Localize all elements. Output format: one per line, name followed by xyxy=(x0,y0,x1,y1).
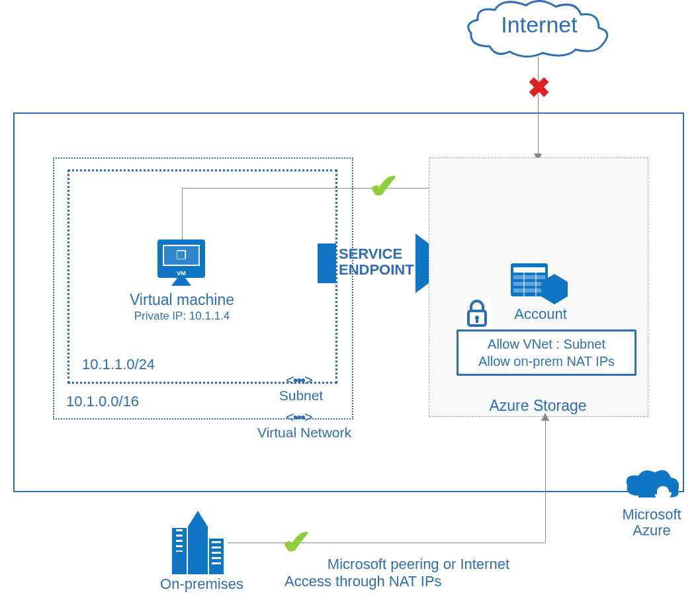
onprem-label: On-premises xyxy=(146,576,258,593)
svg-rect-4 xyxy=(513,275,545,279)
internet-label: Internet xyxy=(463,12,615,38)
arrow-body-icon xyxy=(318,243,336,283)
azure-cloud-icon xyxy=(622,466,681,505)
internet-cloud: Internet xyxy=(463,0,615,60)
service-endpoint-label: SERVICE ENDPOINT xyxy=(339,246,414,278)
vm-title: Virtual machine xyxy=(106,291,258,309)
onprem-peering-line2: Access through NAT IPs xyxy=(284,573,562,590)
vnet-key-icon: <•••> xyxy=(286,409,312,426)
service-endpoint-line1: SERVICE xyxy=(339,246,414,262)
subnet-key-icon: <•••> xyxy=(286,372,312,389)
svg-rect-5 xyxy=(513,282,545,286)
azure-storage-title: Azure Storage xyxy=(429,397,647,415)
svg-rect-6 xyxy=(513,288,545,292)
conn-onprem-up xyxy=(545,419,546,543)
lock-icon xyxy=(463,298,491,329)
azure-brand-line2: Azure xyxy=(615,523,688,539)
vnet-label: Virtual Network xyxy=(238,425,371,441)
allow-check-vm-icon: ✔ xyxy=(365,167,405,206)
storage-account-icon xyxy=(509,259,569,306)
azure-brand-label: Microsoft Azure xyxy=(615,507,688,539)
onprem-peering-line1: Microsoft peering or Internet xyxy=(284,556,562,573)
arrow-onprem-to-storage xyxy=(541,413,549,421)
svg-rect-1 xyxy=(654,491,657,494)
acl-rule-2: Allow on-prem NAT IPs xyxy=(464,353,629,370)
vnet-cidr: 10.1.0.0/16 xyxy=(66,393,139,410)
svg-rect-3 xyxy=(513,267,545,273)
service-endpoint-arrow: SERVICE ENDPOINT xyxy=(318,243,336,283)
deny-x-icon: ✖ xyxy=(527,71,550,104)
conn-vm-up xyxy=(182,188,183,240)
storage-account-label: Account xyxy=(491,306,590,323)
vm-icon: ❒ VM xyxy=(157,240,205,278)
azure-brand-line1: Microsoft xyxy=(615,507,688,523)
service-endpoint-line2: ENDPOINT xyxy=(339,262,414,278)
subnet-label: Subnet xyxy=(258,388,344,404)
acl-rule-1: Allow VNet : Subnet xyxy=(464,335,629,353)
onprem-peering-text: Microsoft peering or Internet Access thr… xyxy=(284,556,562,590)
onprem-icon xyxy=(172,508,225,574)
svg-rect-12 xyxy=(476,318,478,323)
storage-acl-box: Allow VNet : Subnet Allow on-prem NAT IP… xyxy=(457,329,636,376)
vm-private-ip: Private IP: 10.1.1.4 xyxy=(106,310,258,323)
conn-onprem-right xyxy=(228,543,545,543)
subnet-cidr: 10.1.1.0/24 xyxy=(82,356,155,373)
